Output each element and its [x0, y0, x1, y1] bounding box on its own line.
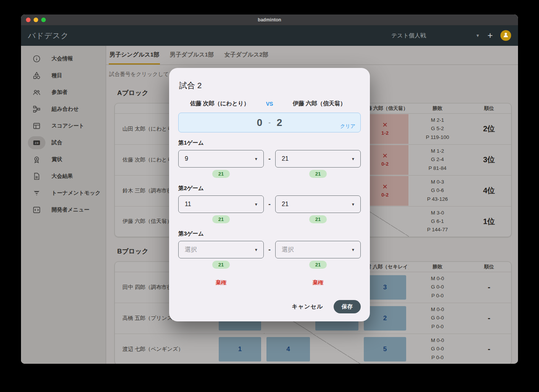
game-2-right-score-select[interactable]: 21▼: [275, 195, 361, 213]
table-row: 渡辺 七郎（ペンギンズ） 1 4 5 M 0-0G 0-0P 0-0 -: [115, 334, 512, 364]
rank-cell: -: [466, 303, 512, 334]
game-score-dash: -: [264, 200, 275, 208]
sidebar-item-label: 組み合わせ: [52, 106, 79, 113]
game-2-label: 第2ゲーム: [178, 185, 361, 192]
app-brand: バドデスク: [28, 31, 69, 41]
event-tabs: 男子シングルス1部 男子ダブルス1部 女子ダブルス2部: [106, 46, 518, 65]
record-cell: M 0-0G 0-0P 0-0: [409, 272, 466, 303]
game-2-section: 第2ゲーム 11▼ - 21▼ 21 21: [178, 185, 361, 223]
column-header-rank: 順位: [466, 103, 512, 113]
rank-cell: -: [466, 272, 512, 303]
sidebar-item-events[interactable]: 種目: [21, 67, 106, 84]
match-number-cell[interactable]: 1: [216, 334, 264, 364]
chevron-down-icon: ▼: [254, 248, 258, 252]
score-right: 2: [277, 117, 282, 129]
sidebar-item-matchups[interactable]: 組み合わせ: [21, 101, 106, 118]
match-score-display: 0 - 2 クリア: [178, 113, 361, 132]
quick-21-chip[interactable]: 21: [212, 170, 230, 178]
game-1-label: 第1ゲーム: [178, 139, 361, 147]
tab-mens-singles-1[interactable]: 男子シングルス1部: [109, 46, 160, 65]
tournament-select[interactable]: テスト個人戦 ▼: [391, 32, 480, 39]
game-3-label: 第3ゲーム: [178, 230, 361, 237]
traffic-lights: [26, 15, 46, 25]
avatar[interactable]: [500, 30, 511, 41]
info-icon: [28, 52, 45, 65]
forfeit-left-link[interactable]: 棄権: [216, 279, 226, 286]
tournament-select-value: テスト個人戦: [391, 32, 426, 39]
forfeit-right-link[interactable]: 棄権: [313, 279, 323, 286]
sidebar-item-developer-menu[interactable]: 開発者メニュー: [21, 202, 106, 218]
quick-21-chip[interactable]: 21: [212, 261, 230, 269]
sidebar-item-label: 大会結果: [52, 173, 73, 180]
rank-cell: -: [466, 334, 512, 364]
add-tournament-button[interactable]: +: [487, 31, 493, 40]
column-header-record: 勝敗: [409, 103, 466, 113]
sidebar-item-results[interactable]: 大会結果: [21, 168, 106, 185]
chevron-down-icon: ▼: [351, 157, 355, 161]
sidebar-item-tournament-mock[interactable]: トーナメントモック: [21, 185, 106, 202]
record-cell: M 3-0G 6-1P 144-77: [409, 206, 466, 237]
chevron-down-icon: ▼: [254, 202, 258, 206]
score-left: 0: [257, 117, 262, 129]
sidebar-item-label: 大会情報: [52, 55, 73, 62]
tab-womens-doubles-2[interactable]: 女子ダブルス2部: [224, 46, 269, 65]
scoreboard-icon: 2:0: [28, 136, 45, 149]
sidebar-item-certificates[interactable]: 賞状: [21, 151, 106, 168]
game-1-section: 第1ゲーム 9▼ - 21▼ 21 21: [178, 139, 361, 178]
cancel-button[interactable]: キャンセル: [292, 303, 323, 310]
sidebar-item-label: スコアシート: [52, 123, 84, 129]
medal-icon: [28, 153, 45, 166]
sidebar-item-tournament-info[interactable]: 大会情報: [21, 50, 106, 67]
chevron-down-icon: ▼: [351, 248, 355, 252]
sidebar-item-participants[interactable]: 参加者: [21, 84, 106, 101]
rank-cell: 2位: [466, 113, 512, 144]
quick-21-chip[interactable]: 21: [212, 215, 230, 223]
sidebar-item-label: 賞状: [52, 156, 62, 163]
sidebar-item-label: 開発者メニュー: [52, 206, 89, 213]
table-icon: [28, 119, 45, 132]
quick-21-chip[interactable]: 21: [309, 215, 327, 223]
chevron-down-icon: ▼: [254, 157, 258, 161]
match-number-cell[interactable]: 4: [264, 334, 313, 364]
game-3-left-score-select[interactable]: 選択▼: [178, 241, 264, 258]
sidebar-item-matches[interactable]: 2:0 試合: [21, 134, 106, 151]
column-header-rank: 順位: [466, 262, 512, 272]
code-icon: [28, 203, 45, 216]
game-3-section: 第3ゲーム 選択▼ - 選択▼ 21 21: [178, 230, 361, 269]
app-window: badminton バドデスク テスト個人戦 ▼ + 大会情報: [21, 15, 518, 364]
tab-mens-doubles-1[interactable]: 男子ダブルス1部: [169, 46, 215, 65]
record-cell: M 0-3G 0-6P 43-126: [409, 175, 466, 206]
sidebar-item-label: 参加者: [52, 89, 68, 96]
game-score-dash: -: [264, 246, 275, 254]
game-3-right-score-select[interactable]: 選択▼: [275, 241, 361, 258]
self-match-cell: [313, 334, 361, 364]
clear-score-link[interactable]: クリア: [340, 123, 355, 130]
funnel-icon: [28, 187, 45, 200]
window-title: badminton: [258, 17, 281, 23]
sidebar-item-label: 種目: [52, 72, 62, 79]
quick-21-chip[interactable]: 21: [309, 261, 327, 269]
app-header: バドデスク テスト個人戦 ▼ +: [21, 25, 518, 46]
save-button[interactable]: 保存: [334, 300, 361, 313]
chevron-down-icon: ▼: [351, 202, 355, 206]
match-number-cell[interactable]: 5: [361, 334, 409, 364]
titlebar: badminton: [21, 15, 518, 25]
rank-cell: 4位: [466, 175, 512, 206]
close-window-button[interactable]: [26, 18, 31, 22]
record-cell: M 2-1G 5-2P 119-100: [409, 113, 466, 144]
game-1-right-score-select[interactable]: 21▼: [275, 150, 361, 168]
game-2-left-score-select[interactable]: 11▼: [178, 195, 264, 213]
people-icon: [28, 86, 45, 99]
sidebar: 大会情報 種目 参加者 組み合わせ: [21, 46, 106, 364]
minimize-window-button[interactable]: [34, 18, 38, 22]
zoom-window-button[interactable]: [41, 18, 46, 22]
quick-21-chip[interactable]: 21: [309, 170, 327, 178]
bracket-tree-icon: [28, 103, 45, 116]
sidebar-item-scoresheet[interactable]: スコアシート: [21, 118, 106, 134]
rank-cell: 1位: [466, 206, 512, 237]
sidebar-item-label: 試合: [52, 139, 62, 146]
score-dash: -: [268, 119, 271, 126]
game-1-left-score-select[interactable]: 9▼: [178, 150, 264, 168]
svg-text:2:0: 2:0: [35, 142, 39, 144]
player-right-name: 伊藤 六郎（信天翁）: [278, 100, 361, 107]
